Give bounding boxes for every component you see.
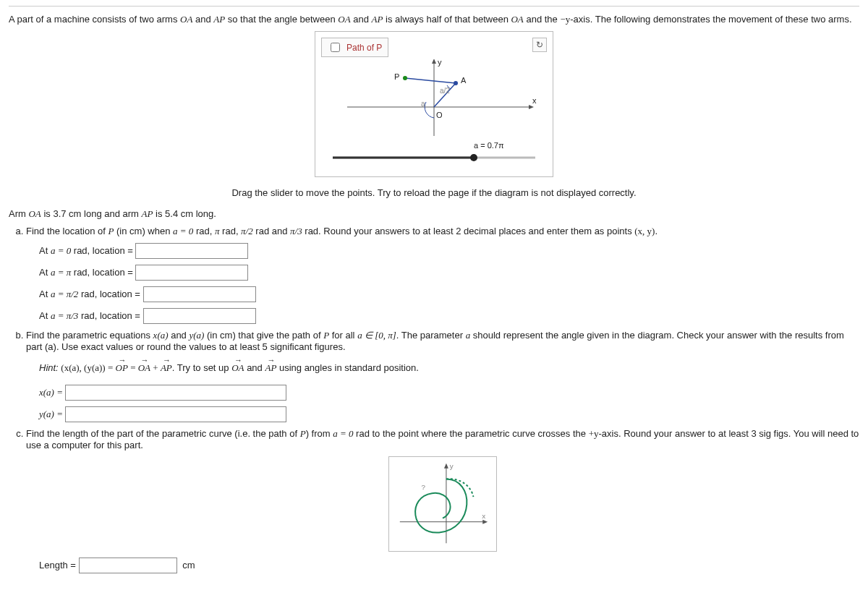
svg-marker-3 <box>529 105 534 109</box>
path-of-p-input[interactable] <box>331 43 340 52</box>
reload-icon[interactable]: ↻ <box>532 38 547 52</box>
part-b-input-y[interactable] <box>65 406 286 422</box>
svg-point-17 <box>470 154 477 161</box>
intro-text: A part of a machine consists of two arms… <box>9 14 859 25</box>
part-a-input-2[interactable] <box>143 286 256 302</box>
svg-text:A: A <box>461 76 467 85</box>
part-a-row-3: At a = π/3 rad, location = <box>39 308 859 324</box>
part-a-row-1: At a = π rad, location = <box>39 265 859 281</box>
part-a-input-1[interactable] <box>135 265 248 281</box>
part-a: Find the location of P (in cm) when a = … <box>26 226 859 324</box>
part-a-row-0: At a = 0 rad, location = <box>39 243 859 259</box>
svg-text:a/2: a/2 <box>440 87 450 95</box>
part-a-input-3[interactable] <box>143 308 256 324</box>
unit-cm: cm <box>182 560 195 571</box>
svg-text:a = 0.7π: a = 0.7π <box>474 141 504 150</box>
diagram-path: y x ? <box>388 456 497 552</box>
drag-slider-note: Drag the slider to move the points. Try … <box>9 187 859 198</box>
part-c-input-length[interactable] <box>79 558 177 573</box>
svg-text:x: x <box>532 96 537 105</box>
svg-text:x: x <box>482 511 485 519</box>
part-a-row-2: At a = π/2 rad, location = <box>39 286 859 302</box>
path-of-p-label: Path of P <box>346 43 382 53</box>
svg-text:y: y <box>450 461 454 469</box>
svg-text:y: y <box>438 59 442 67</box>
arm-lengths: Arm OA is 3.7 cm long and arm AP is 5.4 … <box>9 208 859 220</box>
path-of-p-checkbox[interactable]: Path of P <box>321 38 388 57</box>
svg-text:O: O <box>436 111 443 119</box>
diagram-main[interactable]: Path of P ↻ y x O A P <box>315 31 553 177</box>
part-b: Find the parametric equations x(a) and y… <box>26 330 859 422</box>
svg-line-10 <box>405 78 456 83</box>
svg-marker-22 <box>482 519 488 524</box>
svg-text:?: ? <box>421 483 425 491</box>
part-c: Find the length of the part of the param… <box>26 428 859 573</box>
svg-marker-20 <box>444 463 448 468</box>
svg-text:P: P <box>394 72 399 81</box>
svg-marker-1 <box>432 59 436 64</box>
svg-point-11 <box>403 76 407 80</box>
part-b-input-x[interactable] <box>65 385 286 401</box>
svg-text:a: a <box>421 100 425 108</box>
part-a-input-0[interactable] <box>135 243 248 259</box>
